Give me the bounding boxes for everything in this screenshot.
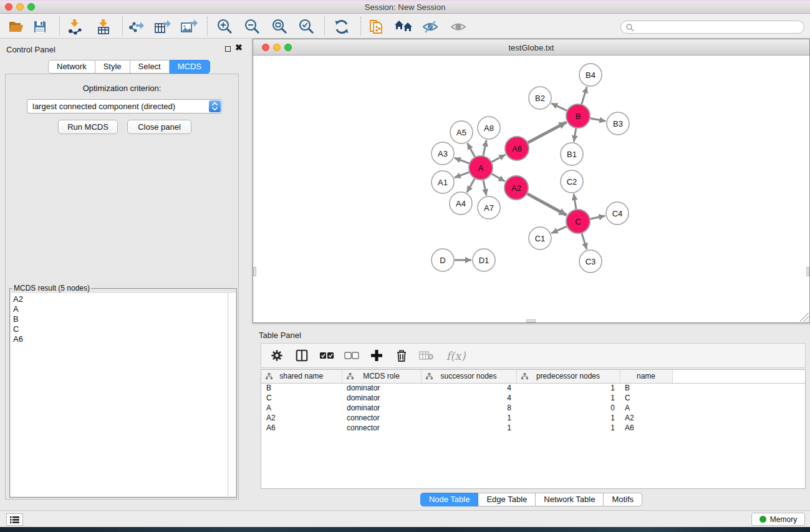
export-network-icon[interactable] <box>127 18 145 35</box>
node-D[interactable]: D <box>432 249 454 271</box>
import-table-icon[interactable] <box>94 18 113 35</box>
node-A8[interactable]: A8 <box>478 117 500 139</box>
zoom-in-icon[interactable] <box>216 18 234 35</box>
edge-A-A4[interactable] <box>467 178 475 192</box>
edge-A2-C[interactable] <box>528 194 567 215</box>
cell-MCDS-role[interactable]: connector <box>342 423 421 433</box>
cell-MCDS-role[interactable]: dominator <box>342 383 421 393</box>
open-session-icon[interactable] <box>7 18 26 35</box>
node-C1[interactable]: C1 <box>529 227 551 249</box>
cell-predecessor-nodes[interactable]: 0 <box>516 403 620 413</box>
tab-style[interactable]: Style <box>95 60 130 74</box>
edge-C-C1[interactable] <box>551 226 566 233</box>
node-C3[interactable]: C3 <box>579 250 602 273</box>
cell-MCDS-role[interactable]: connector <box>342 413 421 423</box>
hide-selected-icon[interactable] <box>421 18 440 35</box>
panel-columns-icon[interactable] <box>294 347 310 364</box>
node-B1[interactable]: B1 <box>561 143 583 165</box>
cell-successor-nodes[interactable]: 1 <box>421 413 516 423</box>
cell-predecessor-nodes[interactable]: 1 <box>516 423 620 433</box>
edge-C-C4[interactable] <box>591 216 605 219</box>
column-header-shared-name[interactable]: shared name <box>261 370 342 383</box>
close-panel-button[interactable]: Close panel <box>127 120 191 134</box>
duplicate-network-icon[interactable] <box>367 18 386 35</box>
result-item[interactable]: A6 <box>13 334 236 344</box>
tab-select[interactable]: Select <box>130 60 170 74</box>
network-graph[interactable]: B4B2BB3A8A5A6A3B1AA1C2A2A4A7C4CC1C3DD1 <box>253 56 809 322</box>
result-item[interactable]: B <box>13 314 236 324</box>
node-C4[interactable]: C4 <box>606 202 629 225</box>
zoom-fit-icon[interactable] <box>271 18 289 35</box>
cell-shared-name[interactable]: C <box>261 393 342 403</box>
edge-A6-B[interactable] <box>528 122 567 143</box>
cell-MCDS-role[interactable]: dominator <box>342 403 421 413</box>
refresh-view-icon[interactable] <box>332 18 351 35</box>
edge-A-A6[interactable] <box>492 155 506 162</box>
cell-predecessor-nodes[interactable]: 1 <box>516 393 620 403</box>
cell-name[interactable]: A <box>620 403 672 413</box>
export-table-icon[interactable] <box>153 18 172 35</box>
tab-network-table[interactable]: Network Table <box>536 493 604 506</box>
tab-node-table[interactable]: Node Table <box>420 493 479 506</box>
network-window-titlebar[interactable]: testGlobe.txt <box>253 39 809 56</box>
edge-C-C2[interactable] <box>574 194 576 209</box>
node-A4[interactable]: A4 <box>450 192 472 215</box>
edge-B-B4[interactable] <box>582 87 587 104</box>
cell-successor-nodes[interactable]: 8 <box>421 403 516 413</box>
add-column-icon[interactable] <box>369 347 385 364</box>
tab-mcds[interactable]: MCDS <box>170 60 210 74</box>
home-view-icon[interactable] <box>394 18 413 35</box>
table-row[interactable]: Bdominator41B <box>261 383 805 393</box>
node-table[interactable]: shared nameMCDS rolesuccessor nodesprede… <box>261 370 805 433</box>
show-hidden-icon[interactable] <box>449 18 468 35</box>
save-session-icon[interactable] <box>31 18 49 35</box>
edge-A-A5[interactable] <box>468 143 475 157</box>
destroy-table-icon[interactable] <box>418 347 435 364</box>
node-A6[interactable]: A6 <box>505 137 529 160</box>
table-header-row[interactable]: shared nameMCDS rolesuccessor nodesprede… <box>261 370 805 383</box>
node-B3[interactable]: B3 <box>607 112 629 135</box>
run-mcds-button[interactable]: Run MCDS <box>58 120 118 134</box>
node-B4[interactable]: B4 <box>579 64 602 86</box>
node-C[interactable]: C <box>566 210 590 233</box>
result-item[interactable]: C <box>13 324 236 334</box>
cell-successor-nodes[interactable]: 4 <box>421 393 516 403</box>
result-item[interactable]: A <box>13 304 236 314</box>
tab-motifs[interactable]: Motifs <box>604 493 642 506</box>
network-canvas[interactable]: B4B2BB3A8A5A6A3B1AA1C2A2A4A7C4CC1C3DD1 <box>253 56 809 322</box>
export-image-icon[interactable] <box>180 18 198 35</box>
cell-predecessor-nodes[interactable]: 1 <box>516 413 620 423</box>
cell-shared-name[interactable]: A2 <box>261 413 342 423</box>
cell-name[interactable]: A6 <box>620 423 672 433</box>
column-header-successor-nodes[interactable]: successor nodes <box>421 370 516 383</box>
float-panel-icon[interactable] <box>225 46 231 52</box>
mcds-result-list[interactable]: A2ABCA6 <box>11 293 236 496</box>
cell-MCDS-role[interactable]: dominator <box>342 393 421 403</box>
column-header-predecessor-nodes[interactable]: predecessor nodes <box>516 370 620 383</box>
close-panel-icon[interactable]: ✖ <box>235 42 243 52</box>
cell-successor-nodes[interactable]: 4 <box>421 383 516 393</box>
cell-name[interactable]: C <box>620 393 672 403</box>
tab-network[interactable]: Network <box>48 60 95 74</box>
edge-A-A8[interactable] <box>483 140 486 156</box>
cell-shared-name[interactable]: A6 <box>261 423 342 433</box>
cell-name[interactable]: A2 <box>620 413 672 423</box>
table-row[interactable]: A6connector11A6 <box>261 423 805 433</box>
cell-shared-name[interactable]: B <box>261 383 342 393</box>
edge-B-B1[interactable] <box>574 128 576 142</box>
edge-B-B2[interactable] <box>551 104 567 111</box>
delete-column-icon[interactable] <box>393 347 410 364</box>
cell-successor-nodes[interactable]: 1 <box>421 423 516 433</box>
panels-menu-button[interactable] <box>6 513 23 526</box>
optimization-select[interactable]: largest connected component (directed) <box>27 99 222 114</box>
deselect-all-columns-icon[interactable] <box>344 347 360 364</box>
zoom-selected-icon[interactable] <box>297 18 316 35</box>
zoom-out-icon[interactable] <box>243 18 262 35</box>
node-A[interactable]: A <box>469 156 493 180</box>
edge-A-A1[interactable] <box>455 172 470 178</box>
column-header-MCDS-role[interactable]: MCDS role <box>342 370 421 383</box>
memory-button[interactable]: Memory <box>751 513 805 526</box>
edge-A-A7[interactable] <box>483 180 486 196</box>
function-builder-icon[interactable]: f(x) <box>443 347 468 364</box>
edge-A-A2[interactable] <box>491 174 504 181</box>
